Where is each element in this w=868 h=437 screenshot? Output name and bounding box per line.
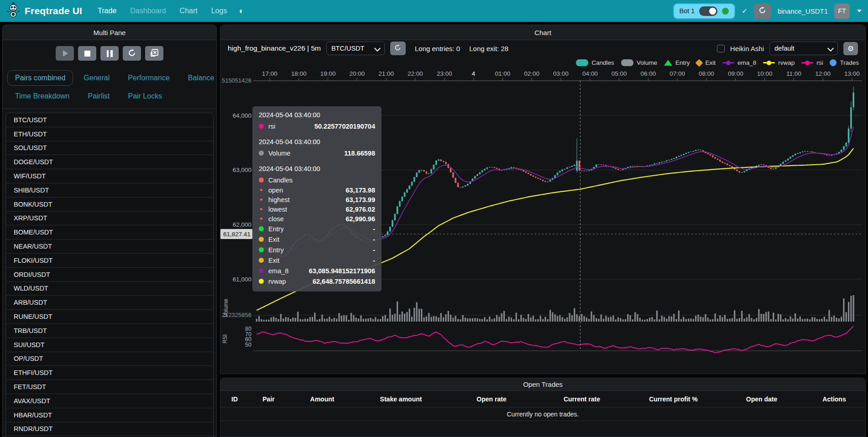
candle-body <box>659 162 660 163</box>
bot-toggle[interactable] <box>699 6 717 16</box>
tab-pairlist[interactable]: Pairlist <box>80 88 117 104</box>
legend-item-volume[interactable]: Volume <box>621 59 657 66</box>
clear-log-button[interactable] <box>145 46 163 61</box>
pair-list-item[interactable]: XRP/USDT <box>6 212 213 226</box>
pair-list-item[interactable]: SOL/USDT <box>6 141 213 156</box>
candle-body <box>571 166 573 167</box>
pair-list-item[interactable]: BOME/USDT <box>6 225 213 239</box>
volume-bar <box>273 317 274 322</box>
tab-pairs-combined[interactable]: Pairs combined <box>7 70 73 86</box>
legend-label: Exit <box>705 59 716 66</box>
user-avatar[interactable]: FT <box>834 4 850 19</box>
pair-list-item[interactable]: WLD/USDT <box>6 282 213 296</box>
volume-bar <box>790 317 791 322</box>
theme-toggle-icon[interactable]: ◐ <box>239 6 244 16</box>
candle-body <box>692 151 694 151</box>
volume-bar <box>474 318 476 322</box>
stop-button[interactable] <box>78 46 96 61</box>
volume-bar <box>816 319 818 322</box>
x-axis-label: 4 <box>472 70 476 77</box>
check-icon[interactable]: ✓ <box>742 7 748 15</box>
legend-item-candles[interactable]: Candles <box>576 59 614 66</box>
pair-list-item[interactable]: FLOKI/USDT <box>6 254 213 268</box>
candle-body <box>394 214 396 220</box>
pair-list-item[interactable]: ETHFI/USDT <box>6 366 213 380</box>
chart-refresh-button[interactable] <box>390 42 406 55</box>
legend-item-exit[interactable]: Exit <box>696 59 716 66</box>
pair-list-item[interactable]: OP/USDT <box>6 352 213 366</box>
pair-list-item[interactable]: BONK/USDT <box>6 198 213 212</box>
tab-pair-locks[interactable]: Pair Locks <box>120 88 170 104</box>
pair-list-item[interactable]: ETH/USDT <box>6 127 213 141</box>
candle-body <box>489 167 491 167</box>
pause-button[interactable] <box>100 46 119 61</box>
pair-list-item[interactable]: WIF/USDT <box>6 169 213 183</box>
brand[interactable]: Freqtrade UI <box>6 2 82 20</box>
tab-balance[interactable]: Balance <box>180 70 222 86</box>
nav-item-logs[interactable]: Logs <box>211 7 227 15</box>
volume-bar <box>411 317 413 322</box>
volume-bar <box>358 318 359 322</box>
candles-swatch-icon <box>576 59 588 66</box>
plot-config-select[interactable]: default <box>769 42 838 55</box>
pair-list-item[interactable]: AVAX/USDT <box>6 394 213 408</box>
tooltip-timestamp: 2024-05-04 03:40:00 <box>259 165 375 172</box>
volume-bar <box>513 319 514 322</box>
candle-body <box>392 220 393 227</box>
volume-bar <box>544 317 546 322</box>
volume-bar <box>615 319 617 322</box>
tab-time-breakdown[interactable]: Time Breakdown <box>7 88 77 104</box>
candle-body <box>615 168 617 169</box>
pair-list-item[interactable]: RUNE/USDT <box>6 310 213 324</box>
volume-bar <box>605 316 607 322</box>
legend-label: Volume <box>637 59 657 66</box>
pair-list-item[interactable]: BTC/USDT <box>6 113 213 127</box>
candle-body <box>397 206 398 214</box>
legend-item-trades[interactable]: Trades <box>830 59 859 66</box>
nav-item-trade[interactable]: Trade <box>98 7 116 15</box>
pair-list-item[interactable]: RNDR/USDT <box>6 422 213 437</box>
volume-bar <box>533 316 534 322</box>
pair-list-item[interactable]: SHIB/USDT <box>6 183 213 198</box>
pair-select[interactable]: BTC/USDT <box>326 42 385 55</box>
volume-bar <box>800 317 801 322</box>
volume-bar <box>445 314 446 322</box>
toolbar-right: Heikin Ashi default ⚙ <box>717 42 858 55</box>
legend-item-rsi[interactable]: rsi <box>801 59 823 66</box>
nav-item-dashboard[interactable]: Dashboard <box>130 7 166 15</box>
legend-item-entry[interactable]: Entry <box>664 59 690 66</box>
candle-body <box>430 169 432 173</box>
legend-item-ema_8[interactable]: ema_8 <box>722 59 756 66</box>
volume-bar <box>491 319 492 322</box>
pair-list-item[interactable]: FET/USDT <box>6 380 213 394</box>
volume-bar <box>472 318 473 322</box>
chevron-down-icon[interactable] <box>857 10 862 12</box>
volume-bar <box>523 318 524 322</box>
nav-item-chart[interactable]: Chart <box>180 7 198 15</box>
pair-list-item[interactable]: HBAR/USDT <box>6 408 213 422</box>
pair-list-item[interactable]: NEAR/USDT <box>6 239 213 254</box>
pair-list-item[interactable]: TRB/USDT <box>6 324 213 338</box>
candle-body <box>634 166 636 166</box>
pair-list-item[interactable]: DOGE/USDT <box>6 155 213 169</box>
tab-performance[interactable]: Performance <box>120 70 178 86</box>
tooltip-series-name: close <box>268 215 284 223</box>
plot-settings-button[interactable]: ⚙ <box>843 42 858 55</box>
candle-body <box>632 166 634 166</box>
legend-item-rvwap[interactable]: rvwap <box>763 59 795 66</box>
heikin-ashi-checkbox[interactable] <box>717 45 725 52</box>
global-refresh-button[interactable] <box>754 4 771 19</box>
pair-list-item[interactable]: SUI/USDT <box>6 338 213 352</box>
candle-body <box>673 158 675 159</box>
reload-config-button[interactable] <box>123 46 141 61</box>
candle-body <box>486 167 488 169</box>
volume-bar <box>680 319 682 322</box>
volume-bar <box>787 319 789 322</box>
pair-select-value: BTC/USDT <box>331 45 365 52</box>
bot-selector[interactable]: Bot 1 <box>673 3 736 19</box>
tooltip-row-Exit: Exit- <box>259 234 375 245</box>
pair-list-item[interactable]: ARB/USDT <box>6 296 213 310</box>
tab-general[interactable]: General <box>76 70 117 86</box>
pair-list-item[interactable]: ORDI/USDT <box>6 268 213 282</box>
play-button[interactable] <box>56 46 74 61</box>
